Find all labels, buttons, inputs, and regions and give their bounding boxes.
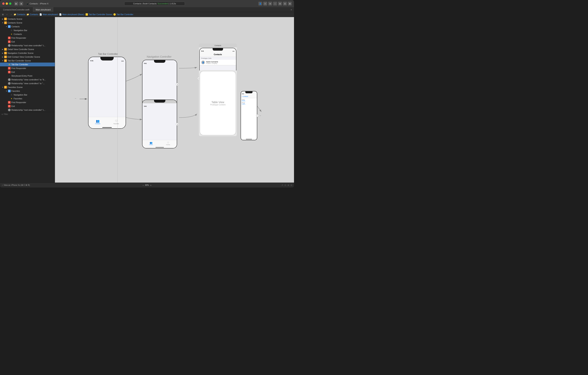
sidebar-item-contacts-scene[interactable]: ▼ ≡ Contacts Scene — [0, 21, 55, 25]
library-icon[interactable]: ⊕ — [268, 2, 272, 5]
sidebar-item-tab-bar-controller[interactable]: ⊞ Tab Bar Controller — [0, 63, 55, 66]
zoom-out-button[interactable]: − — [142, 184, 144, 187]
sidebar: ▶ ≡ Contacts Scene ▼ ≡ Contacts Scene ▼ … — [0, 17, 55, 183]
arrow-ph-7 — [5, 71, 8, 73]
tab-storyboard-label: Main.storyboard — [36, 9, 51, 11]
tab-storyboard[interactable]: Main.storyboard — [32, 7, 54, 12]
tab-bar-ctrl-label: Tab Bar Controller — [88, 52, 128, 55]
sidebar-item-first-responder-2[interactable]: R First Responder — [0, 66, 55, 70]
sidebar-item-relationship-1[interactable]: → Relationship "root view controller" t.… — [0, 44, 55, 47]
sidebar-item-relationship-3[interactable]: → Relationship "root view controller" t.… — [0, 108, 55, 112]
sidebar-item-rel-vc-1[interactable]: → Relationship "view controllers" to "It… — [0, 78, 55, 81]
exit-icon-2: E — [8, 71, 10, 73]
add-tab-button[interactable]: + — [289, 8, 294, 11]
sidebar-item-first-responder-1[interactable]: R First Responder — [0, 36, 55, 40]
sidebar-label-exit-3: Exit — [11, 105, 15, 107]
traffic-lights — [2, 2, 11, 5]
build-status-center: Contacts | Build Contacts: Succeeded | 1… — [52, 2, 257, 5]
phone-tab-bar: 👥 Contacts ♡ Favorites — [88, 117, 126, 126]
tab-scene-icon: ≡ — [4, 59, 7, 62]
adjust-icon[interactable]: ⊟ — [291, 184, 292, 186]
sidebar-label-first-responder-3: First Responder — [11, 101, 26, 103]
arrow-ph-8 — [5, 75, 8, 77]
arrow-right-icon: ▶ — [1, 18, 4, 20]
sidebar-item-exit-1[interactable]: E Exit — [0, 40, 55, 44]
play-button[interactable]: ▶ — [14, 2, 18, 5]
sidebar-item-first-responder-3[interactable]: R First Responder — [0, 100, 55, 104]
main-layout: ▶ ≡ Contacts Scene ▼ ≡ Contacts Scene ▼ … — [0, 17, 294, 183]
breadcrumb-tab-controller[interactable]: 🟡 Tab Bar Controller — [113, 13, 133, 16]
minimize-button[interactable] — [6, 2, 8, 5]
arrow-placeholder-5 — [5, 44, 8, 47]
star-icon: ★ — [10, 33, 13, 35]
relation-icon-1: → — [8, 44, 10, 47]
sidebar-item-rel-vc-2[interactable]: → Relationship "view controllers" to "..… — [0, 81, 55, 85]
debug-icon[interactable]: ⊟ — [283, 2, 287, 5]
breadcrumb-main-base[interactable]: 📄 Main.storyboard (Base) — [59, 13, 84, 16]
sidebar-item-favorites-vc[interactable]: ▼ ◎ Favorites — [0, 89, 55, 93]
exit-icon-1: E — [8, 40, 10, 43]
storyboard-canvas[interactable]: → Tab Bar Controller 9:41 ●●● — [55, 17, 294, 183]
sidebar-item-favorites-scene[interactable]: ▼ ≡ Favorites Scene — [0, 85, 55, 89]
stop-button[interactable]: ■ — [19, 2, 23, 5]
arrow-down-fav-vc: ▼ — [5, 90, 8, 92]
sidebar-label-fav-nav-bar: Navigation Bar — [14, 94, 27, 96]
breadcrumb-contacts-1[interactable]: 📁 Contacts — [14, 13, 25, 16]
nav-controller-phone-bottom[interactable]: Favorites 9:41 👥 Contacts ♡ — [142, 99, 177, 149]
responder-icon-3: R — [8, 101, 10, 104]
arrow-ph-6 — [5, 67, 8, 69]
sidebar-label-relationship-1: Relationship "root view controller" t... — [11, 44, 45, 47]
sidebar-toggle[interactable]: ⊞ — [1, 13, 5, 16]
arrow-ph-9 — [5, 78, 8, 81]
refresh-icon[interactable]: ↺ — [282, 184, 283, 186]
sidebar-item-nav-scene[interactable]: ▶ ≡ Navigation Controller Scene — [0, 51, 55, 55]
table-view-scene[interactable]: Table View Prototype Content — [199, 70, 237, 136]
sidebar-item-storyboard-entry[interactable]: → Storyboard Entry Point — [0, 74, 55, 78]
sidebar-item-exit-3[interactable]: E Exit — [0, 104, 55, 108]
breadcrumb-tab-scene[interactable]: 🟨 Tab Bar Controller Scene — [85, 13, 112, 16]
toolbar-actions: 👤 ≡ ⊕ ↔ ⊞ ⊟ ⊠ — [258, 2, 292, 5]
grid-icon[interactable]: ⊞ — [288, 184, 289, 186]
detail-view-scene[interactable]: 9:41 < Contacts Email email... Phone 1-(… — [241, 91, 258, 140]
sidebar-item-navigation-bar[interactable]: □ Navigation Bar — [0, 28, 55, 32]
breadcrumb-contacts-2[interactable]: 📁 Contacts — [27, 13, 38, 16]
sidebar-item-contacts-scene-collapsed[interactable]: ▶ ≡ Contacts Scene — [0, 17, 55, 21]
sidebar-label-storyboard-entry: Storyboard Entry Point — [11, 75, 32, 77]
nav-breadcrumb-bar: ⊞ ‹ › 📁 Contacts › 📁 Contacts › 📄 Main.s… — [0, 12, 294, 17]
arrow-down-icon: ▼ — [1, 22, 4, 24]
sidebar-item-exit-2[interactable]: E Exit — [0, 70, 55, 74]
maximize-button[interactable] — [9, 2, 11, 5]
inspector-icon[interactable]: ⊞ — [278, 2, 282, 5]
arrow-icon[interactable]: ↔ — [273, 2, 277, 5]
filter-input[interactable] — [4, 113, 53, 115]
arrow-right-nav: ▶ — [1, 52, 4, 54]
breadcrumb-main-storyboard[interactable]: 📄 Main.storyboard — [39, 13, 58, 16]
editor-icon[interactable]: ≡ — [263, 2, 267, 5]
sidebar-item-tab-bar-scene[interactable]: ▼ ≡ Tab Bar Controller Scene — [0, 59, 55, 63]
sidebar-item-contacts-vc[interactable]: ▼ ◎ Contacts — [0, 25, 55, 28]
close-button[interactable] — [2, 2, 5, 5]
build-time: | 1.813s — [168, 2, 176, 5]
sidebar-item-detail-scene[interactable]: ▶ ≡ Detail View Controller Scene — [0, 47, 55, 51]
sidebar-item-favorites-item[interactable]: ★ Favorites — [0, 97, 55, 100]
exit-icon-3: E — [8, 105, 10, 108]
back-btn[interactable]: ‹ — [5, 13, 9, 16]
filter-icon: ⊕ — [1, 113, 3, 115]
layout-icon[interactable]: ⊠ — [288, 2, 292, 5]
arrow-down-vc: ▼ — [5, 25, 8, 28]
tbc-icon: ⊞ — [8, 63, 10, 66]
zoom-in-button[interactable]: + — [150, 184, 152, 187]
account-icon[interactable]: 👤 — [258, 2, 262, 5]
fit-icon[interactable]: ⊡ — [284, 184, 286, 186]
sidebar-item-edit-scene[interactable]: ▶ ≡ Edit Contact View Controller Scene — [0, 55, 55, 59]
sidebar-item-contacts-item[interactable]: ★ Contacts — [0, 32, 55, 36]
forward-btn[interactable]: › — [10, 13, 13, 16]
nav-bar-icon: □ — [10, 29, 13, 32]
sidebar-label-contacts-scene-1: Contacts Scene — [8, 18, 22, 20]
tab-swift[interactable]: ContactsViewController.swift — [0, 7, 32, 12]
sidebar-label-contacts-item: Contacts — [14, 33, 22, 35]
sidebar-item-fav-nav-bar[interactable]: □ Navigation Bar — [0, 93, 55, 97]
tab-bar-controller-scene[interactable]: Tab Bar Controller 9:41 ●●● 👥 — [88, 52, 128, 129]
sidebar-label-favorites-vc: Favorites — [11, 90, 20, 92]
arrow-placeholder-2 — [8, 33, 10, 35]
